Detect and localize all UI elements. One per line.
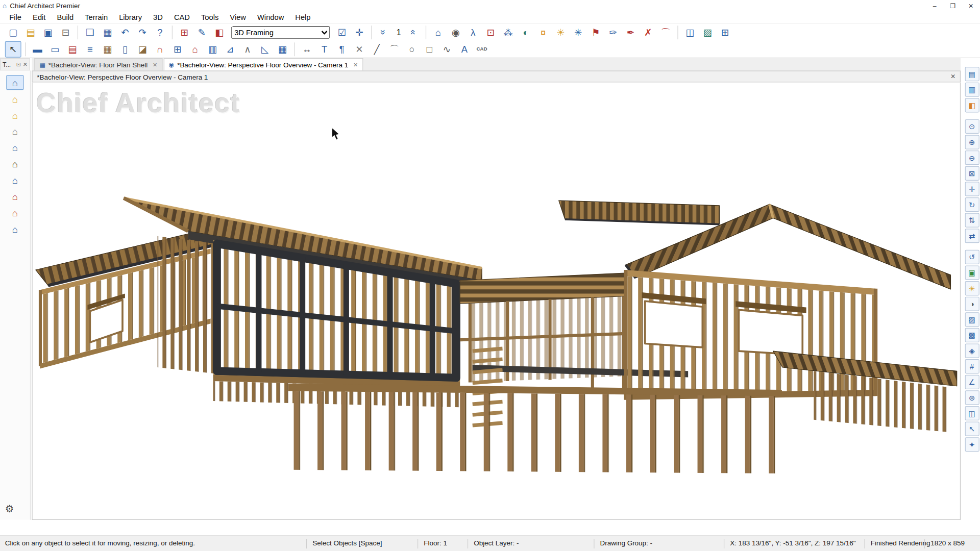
material-painter-icon[interactable]: ✑	[605, 24, 621, 40]
zoom-out-icon[interactable]: ⊖	[965, 151, 979, 165]
walkthrough-icon[interactable]: λ	[465, 24, 481, 40]
tile-windows-icon[interactable]: ◫	[682, 24, 698, 40]
draw-line-icon[interactable]: ╱	[369, 41, 385, 57]
dollhouse-view-icon[interactable]: ⌂	[6, 140, 23, 155]
full-overview-icon[interactable]: ⌂	[430, 24, 446, 40]
pan-window-icon[interactable]: ✛	[965, 182, 979, 196]
schedule-table-icon[interactable]: ⊞	[717, 24, 733, 40]
select-tool-icon[interactable]: ↖	[965, 422, 979, 436]
roof-icon[interactable]: ∧	[239, 41, 256, 57]
close-button[interactable]: ✕	[962, 0, 980, 11]
ceiling-plane-icon[interactable]: ◺	[257, 41, 273, 57]
color-chooser-icon[interactable]: ◧	[965, 98, 979, 112]
paste-icon[interactable]: ▦	[100, 24, 116, 40]
menu-terrain[interactable]: Terrain	[79, 11, 113, 23]
cross-section-slicer-icon[interactable]: ◫	[965, 406, 979, 420]
full-overview-icon[interactable]: ⌂	[6, 91, 23, 106]
layer-painter-icon[interactable]: ✎	[194, 24, 210, 40]
export-picture-icon[interactable]: ▨	[699, 24, 716, 40]
tab-perspective-overview[interactable]: ◉ *Bachelor-View: Perspective Floor Over…	[164, 58, 363, 70]
window-icon[interactable]: ⊞	[169, 41, 186, 57]
floor-overview-icon[interactable]: ⌂	[6, 108, 23, 122]
edge-lines-icon[interactable]: ▨	[965, 312, 979, 327]
framing-icon[interactable]: ▦	[275, 41, 291, 57]
cabinet-icon[interactable]: ▥	[204, 41, 220, 57]
stereo-viewer-icon[interactable]: ⁂	[500, 24, 517, 40]
sun-settings-icon[interactable]: ☀	[552, 24, 569, 40]
column-icon[interactable]: ▯	[117, 41, 133, 57]
stair-icon[interactable]: ⊿	[222, 41, 238, 57]
tab-close-icon[interactable]: ✕	[153, 62, 157, 68]
house-framing-model[interactable]	[36, 198, 957, 473]
camera-view-icon[interactable]: ◉	[448, 24, 464, 40]
open-plan-icon[interactable]: ▤	[22, 24, 39, 40]
perspective-overview-icon[interactable]: ⌂	[6, 75, 23, 90]
draw-circle-icon[interactable]: ○	[404, 41, 420, 57]
dimension-icon[interactable]: ↔	[299, 41, 315, 57]
color-toggle-icon[interactable]: ◧	[211, 24, 228, 40]
tab-close-icon[interactable]: ✕	[353, 62, 358, 68]
hinged-door-icon[interactable]: ◪	[134, 41, 151, 57]
zoom-in-icon[interactable]: ⊕	[965, 135, 979, 149]
render-settings-icon[interactable]: ▣	[965, 265, 979, 280]
reference-display-icon[interactable]: ⊞	[176, 24, 192, 40]
layer-set-dropdown[interactable]: 3D Framing	[231, 26, 330, 38]
pan-hand-icon[interactable]: ✛	[351, 24, 368, 40]
rich-text-icon[interactable]: ¶	[334, 41, 350, 57]
redo-icon[interactable]: ↷	[134, 24, 151, 40]
orbit-camera-icon[interactable]: ↻	[965, 197, 979, 212]
cad-detail-icon[interactable]: CAD	[474, 41, 490, 57]
minimize-button[interactable]: –	[925, 0, 944, 11]
zoom-icon[interactable]: ⊙	[965, 119, 979, 134]
menu-cad[interactable]: CAD	[168, 11, 195, 23]
delete-surface-icon[interactable]: ✕	[351, 41, 368, 57]
palette-close-icon[interactable]: ✕	[23, 61, 28, 67]
draw-polyline-icon[interactable]: ∿	[439, 41, 455, 57]
straight-wall-icon[interactable]: ▬	[30, 41, 46, 57]
dock-icon[interactable]: ⊡	[16, 61, 21, 67]
material-eyedropper-icon[interactable]: ✒	[623, 24, 639, 40]
grid-snap-icon[interactable]: #	[965, 359, 979, 373]
interior-wall-icon[interactable]: ▭	[47, 41, 63, 57]
adjust-materials-icon[interactable]: ⌒	[657, 24, 674, 40]
final-view-icon[interactable]: ⌂	[6, 172, 23, 187]
fireplace-icon[interactable]: ⌂	[187, 41, 203, 57]
preferences-gear-icon[interactable]: ⚙	[5, 503, 14, 515]
delete-object-icon[interactable]: ✗	[640, 24, 656, 40]
interior-light-icon[interactable]: ¤	[535, 24, 551, 40]
view-close-icon[interactable]: ✕	[950, 73, 955, 80]
new-plan-icon[interactable]: ▢	[5, 24, 21, 40]
sun-toggle-icon[interactable]: ☀	[965, 281, 979, 295]
rebuild-3d-icon[interactable]: ↺	[965, 250, 979, 264]
deck-icon[interactable]: ▦	[100, 41, 116, 57]
archway-icon[interactable]: ∩	[152, 41, 168, 57]
spell-check-icon[interactable]: A	[456, 41, 473, 57]
saved-views-icon[interactable]: ▤	[965, 67, 979, 81]
object-snaps-icon[interactable]: ☑	[334, 24, 350, 40]
framing-overview-icon[interactable]: ⌂	[6, 123, 23, 138]
glasshouse-view-icon[interactable]: ⌂	[6, 156, 23, 171]
shadow-toggle-icon[interactable]: ◑	[965, 297, 979, 311]
tab-floor-plan[interactable]: ▦ *Bachelor-View: Floor Plan Shell ✕	[34, 58, 162, 70]
select-objects-icon[interactable]: ↖	[5, 41, 21, 57]
3d-view-canvas[interactable]: Chief Architect	[32, 83, 961, 520]
render-technique-icon[interactable]: ◐	[518, 24, 534, 40]
layer-display-icon[interactable]: ▥	[965, 83, 979, 97]
menu-help[interactable]: Help	[289, 11, 316, 23]
menu-build[interactable]: Build	[51, 11, 79, 23]
menu-edit[interactable]: Edit	[27, 11, 51, 23]
brick-wall-icon[interactable]: ▤	[64, 41, 81, 57]
draw-box-icon[interactable]: □	[421, 41, 437, 57]
menu-view[interactable]: View	[224, 11, 252, 23]
color-fill-icon[interactable]: ▩	[965, 328, 979, 342]
copy-icon[interactable]: ❏	[82, 24, 98, 40]
menu-file[interactable]: File	[4, 11, 27, 23]
toolbar-config-icon[interactable]: ✦	[965, 437, 979, 452]
elevation-view-icon[interactable]: ⌂	[6, 189, 23, 204]
down-one-floor-icon[interactable]: »	[376, 24, 392, 40]
dolly-camera-icon[interactable]: ⇅	[965, 213, 979, 228]
note-flag-icon[interactable]: ⚑	[587, 24, 604, 40]
3d-framing-viewport[interactable]	[33, 83, 961, 520]
watermark-icon[interactable]: ◈	[965, 343, 979, 358]
text-icon[interactable]: T	[316, 41, 333, 57]
